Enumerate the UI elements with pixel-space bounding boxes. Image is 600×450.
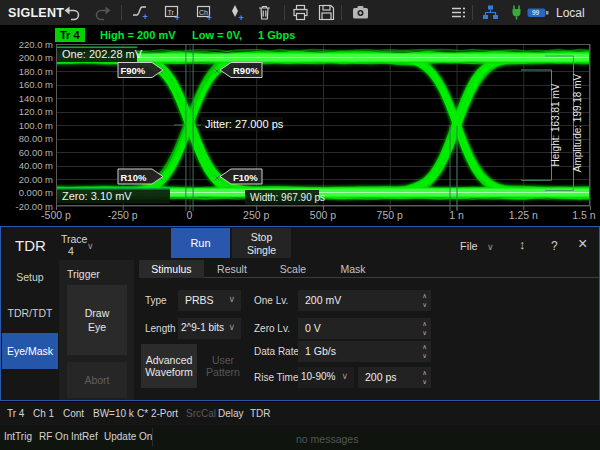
x-tick-label: 1 n (449, 209, 464, 221)
trace-rate-label: 1 Gbps (258, 29, 295, 41)
one-level-label: One Lv. (254, 295, 288, 306)
adv-line1: Advanced (141, 354, 197, 367)
help-button[interactable]: ? (551, 239, 558, 253)
toolbar: SIGLENT + Tr+ Ch+ + 99 Local (0, 0, 600, 25)
run-button[interactable]: Run (171, 228, 230, 258)
y-tick-label: 180.0 m (19, 66, 53, 77)
abort-button[interactable]: Abort (67, 362, 127, 398)
status-srccal[interactable]: SrcCal (186, 408, 216, 419)
length-dropdown[interactable]: 2^9-1 bits∨ (178, 318, 241, 339)
zero-level-field[interactable]: 0 V∧∨ (298, 318, 431, 339)
print-icon[interactable] (292, 4, 309, 21)
undo-icon[interactable] (63, 4, 80, 21)
sidebar-item-tdrtdt[interactable]: TDR/TDT (2, 307, 58, 319)
close-icon[interactable]: × (578, 235, 587, 253)
spinner-icon[interactable]: ∧∨ (422, 342, 427, 360)
one-level-value: 200 mV (305, 294, 341, 306)
width-measurement-box (245, 190, 319, 205)
status-trace[interactable]: Tr 4 (7, 408, 24, 419)
spinner-icon[interactable]: ∧∨ (422, 368, 427, 386)
stop-single-button[interactable]: StopSingle (232, 228, 291, 258)
status-cal[interactable]: C* 2-Port (137, 408, 178, 419)
resize-icon[interactable]: ↕ (519, 237, 526, 252)
spinner-icon[interactable]: ∧∨ (422, 291, 427, 309)
zero-level-label: Zero Lv. (254, 323, 290, 334)
status-inttrig[interactable]: IntTrig (4, 431, 32, 442)
add-waveform-icon[interactable]: + (132, 4, 149, 21)
draw-eye-button[interactable]: DrawEye (67, 285, 127, 355)
status-cont[interactable]: Cont (63, 408, 84, 419)
stop-line1: Stop (251, 231, 273, 243)
camera-icon[interactable] (352, 4, 369, 21)
status-channel[interactable]: Ch 1 (33, 408, 54, 419)
status-delay[interactable]: Delay (218, 408, 244, 419)
measurement-cursors (158, 44, 458, 211)
brand-logo: SIGLENT (8, 6, 64, 20)
tab-mask[interactable]: Mask (331, 260, 375, 278)
trash-icon[interactable] (256, 4, 273, 21)
toolbar-separator (472, 5, 473, 20)
save-icon[interactable] (318, 4, 335, 21)
status-bar-1: Tr 4 Ch 1 Cont BW=10 k C* 2-Port SrcCal … (0, 402, 600, 425)
type-value: PRBS (185, 294, 214, 306)
sidebar-item-setup[interactable]: Setup (2, 271, 58, 283)
status-tdr[interactable]: TDR (250, 408, 271, 419)
chevron-down-icon: ∨ (228, 322, 235, 332)
spinner-icon[interactable]: ∧∨ (422, 319, 427, 337)
rise-time-field[interactable]: 200 ps∧∨ (358, 367, 431, 388)
r10: R10% (121, 172, 147, 183)
file-menu[interactable]: File (460, 240, 478, 252)
rise-time-range-dropdown[interactable]: 10-90%∨ (298, 367, 354, 388)
user-pattern-button[interactable]: UserPattern (201, 344, 245, 388)
zero-level-measurement-box (57, 188, 170, 204)
scope-screen: SIGLENT + Tr+ Ch+ + 99 Local Tr 4 High =… (0, 0, 600, 450)
type-dropdown[interactable]: PRBS∨ (178, 290, 241, 311)
draw-line1: Draw (67, 306, 127, 320)
trace-select-label[interactable]: Trace (61, 233, 87, 245)
add-trace-icon[interactable]: Tr+ (164, 4, 181, 21)
f10: F10% (233, 172, 258, 183)
one-level-field[interactable]: 200 mV∧∨ (298, 290, 431, 311)
length-label: Length (145, 323, 176, 334)
network-icon[interactable] (482, 4, 499, 21)
chevron-down-icon: ∨ (87, 241, 94, 251)
status-rf[interactable]: RF On (39, 431, 68, 442)
add-channel-icon[interactable]: Ch+ (196, 4, 213, 21)
y-tick-label: 60.00 m (19, 147, 53, 158)
length-value: 2^9-1 bits (181, 322, 224, 333)
advanced-waveform-button[interactable]: AdvancedWaveform (141, 344, 197, 388)
data-rate-field[interactable]: 1 Gb/s∧∨ (298, 341, 431, 362)
x-tick-label: 1.5 n (572, 209, 596, 221)
adv-line2: Waveform (141, 366, 197, 379)
trigger-title: Trigger (67, 268, 100, 280)
draw-line2: Eye (67, 320, 127, 334)
one-level-measurement: One: 202.28 mV (62, 48, 143, 60)
trace-badge[interactable]: Tr 4 (55, 28, 85, 42)
x-tick-label: -500 p (41, 209, 71, 221)
r90: R90% (233, 65, 259, 76)
tab-scale[interactable]: Scale (271, 260, 315, 278)
power-plug-icon[interactable] (508, 4, 525, 21)
status-bandwidth[interactable]: BW=10 k (93, 408, 134, 419)
data-rate-value: 1 Gb/s (305, 345, 336, 357)
amplitude-measurement: Amplitude: 199.18 mV (572, 73, 583, 172)
sidebar-item-eyemask[interactable]: Eye/Mask (2, 333, 58, 369)
width-measurement: Width: 967.90 ps (250, 192, 325, 203)
add-marker-icon[interactable]: + (228, 4, 245, 21)
rise-time-range: 10-90% (301, 371, 335, 382)
tab-stimulus[interactable]: Stimulus (139, 260, 204, 278)
user-line1: User (201, 354, 245, 367)
tab-result[interactable]: Result (209, 260, 255, 278)
redo-icon[interactable] (95, 4, 112, 21)
status-list-icon[interactable] (450, 4, 467, 21)
svg-text:+: + (239, 13, 244, 22)
battery-icon[interactable]: 99 (527, 4, 549, 21)
tab-underline (204, 277, 599, 278)
status-intref[interactable]: IntRef (71, 431, 98, 442)
local-button[interactable]: Local (556, 6, 585, 20)
svg-text:+: + (207, 13, 212, 22)
y-tick-label: 20.00 m (19, 174, 53, 185)
trigger-panel: Trigger DrawEye Abort (59, 260, 134, 400)
trace-select-number[interactable]: 4 (68, 245, 74, 257)
status-update[interactable]: Update On (104, 431, 152, 442)
